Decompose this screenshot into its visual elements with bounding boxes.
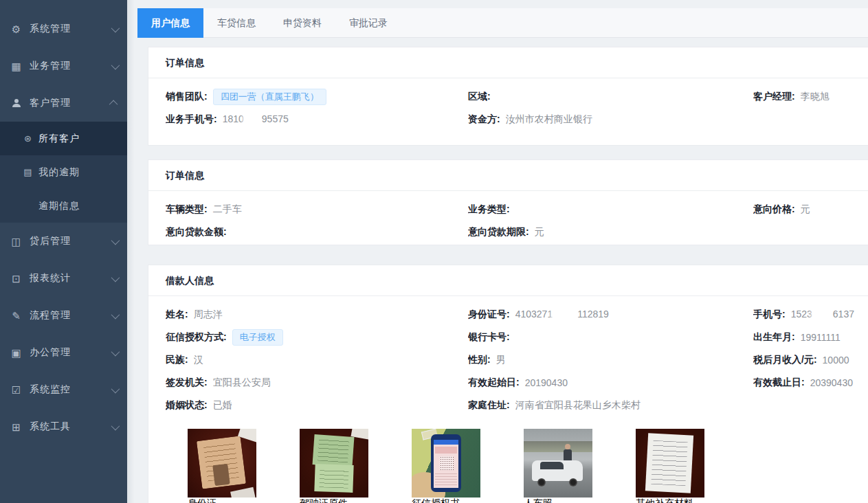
credit-auth-tag: 电子授权: [232, 329, 283, 346]
field-business-phone: 业务手机号: 181095575: [166, 108, 468, 131]
field-monthly-income: 税后月收入/元: 10000: [753, 348, 861, 371]
field-label: 姓名:: [166, 309, 188, 321]
credit-auth-qr-photo-thumbnail[interactable]: [412, 429, 480, 498]
field-value: 20390430: [810, 377, 853, 388]
sidebar-item-my-overdue[interactable]: ▤ 我的逾期: [0, 155, 127, 189]
sidebar-item-label: 所有客户: [38, 133, 80, 145]
field-label: 业务手机号:: [166, 113, 217, 126]
field-sales-team: 销售团队: 四团一营（直属王鹏飞）: [166, 85, 468, 108]
sidebar-item-postloan-management[interactable]: ◫ 贷后管理: [0, 223, 127, 260]
sidebar-item-customer-management[interactable]: 客户管理: [0, 85, 127, 122]
person-with-car-photo-thumbnail[interactable]: [524, 429, 592, 498]
main-content: 用户信息 车贷信息 申贷资料 审批记录 订单信息 销售团队: 四团一营（直属王鹏…: [137, 0, 868, 503]
sidebar-item-system-tools[interactable]: ⊞ 系统工具: [0, 408, 127, 445]
field-label: 手机号:: [753, 309, 786, 321]
field-value: 男: [496, 354, 506, 366]
sidebar-item-system-monitor[interactable]: ☑ 系统监控: [0, 371, 127, 408]
sidebar-gutter: [127, 0, 137, 503]
field-value: 15236137: [791, 309, 854, 320]
field-label: 有效截止日:: [753, 377, 805, 389]
tab-approval-records[interactable]: 审批记录: [335, 8, 401, 38]
photo-caption: 驾驶证原件: [300, 498, 348, 503]
sidebar-item-label: 流程管理: [30, 309, 111, 322]
field-label: 民族:: [166, 354, 188, 366]
card-title: 订单信息: [148, 47, 868, 78]
photo-caption: 征信授权书: [412, 498, 460, 503]
field-bank-card: 银行卡号:: [468, 326, 753, 348]
license-booklet-photo-thumbnail[interactable]: [300, 429, 368, 498]
borrower-info-card: 借款人信息 姓名: 周志洋 身份证号: 4103271112819 手机号: 1…: [148, 265, 868, 503]
sidebar-item-process-management[interactable]: ✎ 流程管理: [0, 297, 127, 334]
tab-user-info[interactable]: 用户信息: [137, 8, 203, 38]
customer-management-submenu: ⊛ 所有客户 ▤ 我的逾期 逾期信息: [0, 122, 127, 223]
field-label: 资金方:: [468, 113, 500, 126]
field-value: 已婚: [213, 399, 232, 412]
field-value: 二手车: [213, 203, 242, 216]
other-document-photo-thumbnail[interactable]: [636, 429, 704, 498]
photo-caption: 人车照: [524, 498, 553, 503]
sidebar: ⚙ 系统管理 ▦ 业务管理 客户管理 ⊛ 所有客户 ▤ 我的逾期: [0, 0, 127, 503]
field-valid-to: 有效截止日: 20390430: [753, 371, 861, 394]
tab-car-loan-info[interactable]: 车贷信息: [203, 8, 269, 38]
field-label: 意向贷款金额:: [166, 226, 227, 238]
field-region: 区域:: [468, 85, 753, 108]
field-funder: 资金方: 汝州市农村商业银行: [468, 108, 753, 131]
sales-team-tag[interactable]: 四团一营（直属王鹏飞）: [213, 89, 326, 105]
field-gender: 性别: 男: [468, 348, 753, 371]
field-value: 元: [535, 226, 544, 238]
tab-loan-application-docs[interactable]: 申贷资料: [269, 8, 335, 38]
sidebar-item-label: 业务管理: [30, 60, 111, 72]
sidebar-item-label: 客户管理: [30, 97, 111, 109]
field-valid-from: 有效起始日: 20190430: [468, 371, 753, 394]
sidebar-item-overdue-info[interactable]: 逾期信息: [0, 189, 127, 223]
field-label: 银行卡号:: [468, 331, 510, 344]
field-label: 签发机关:: [166, 377, 208, 389]
field-label: 家庭住址:: [468, 399, 510, 412]
field-value: 4103271112819: [515, 309, 609, 320]
field-value: 181095575: [223, 113, 289, 125]
field-marital-status: 婚姻状态: 已婚: [166, 394, 468, 416]
field-value: 汝州市农村商业银行: [506, 113, 592, 126]
field-ethnicity: 民族: 汉: [166, 348, 468, 371]
sidebar-item-business-management[interactable]: ▦ 业务管理: [0, 47, 127, 85]
sidebar-item-label: 系统管理: [30, 23, 111, 35]
sidebar-item-all-customers[interactable]: ⊛ 所有客户: [0, 122, 127, 155]
field-label: 税后月收入/元:: [753, 354, 817, 366]
chevron-down-icon: [111, 310, 120, 319]
gear-icon: ⚙: [10, 23, 22, 35]
badge-icon: ⊛: [23, 133, 33, 144]
chevron-down-icon: [111, 23, 120, 32]
field-label: 意向贷款期限:: [468, 226, 529, 238]
sidebar-item-label: 系统工具: [30, 421, 111, 433]
field-issuing-authority: 签发机关: 宜阳县公安局: [166, 371, 468, 394]
user-icon: [10, 98, 22, 109]
id-card-photo-thumbnail[interactable]: [188, 429, 256, 498]
field-label: 身份证号:: [468, 309, 510, 321]
field-label: 出生年月:: [753, 331, 795, 344]
grid-icon: ▦: [10, 60, 22, 72]
chevron-down-icon: [111, 273, 120, 282]
field-value: 汉: [194, 354, 203, 366]
field-vehicle-type: 车辆类型: 二手车: [166, 198, 468, 221]
sidebar-item-office-management[interactable]: ▣ 办公管理: [0, 334, 127, 371]
field-value: 李晓旭: [801, 91, 830, 103]
field-birth-date: 出生年月: 19911111: [753, 326, 861, 348]
sidebar-item-label: 贷后管理: [30, 235, 111, 247]
book-icon: ◫: [10, 236, 22, 247]
field-customer-manager: 客户经理: 李晓旭: [753, 85, 861, 108]
sidebar-item-label: 系统监控: [30, 383, 111, 396]
sidebar-item-system-management[interactable]: ⚙ 系统管理: [0, 10, 127, 47]
sidebar-item-report-statistics[interactable]: ⊡ 报表统计: [0, 260, 127, 297]
field-credit-auth: 征信授权方式: 电子授权: [166, 326, 468, 348]
redaction-mask: [553, 310, 577, 320]
field-name: 姓名: 周志洋: [166, 303, 468, 326]
sidebar-item-label: 报表统计: [30, 272, 111, 284]
field-label: 车辆类型:: [166, 203, 208, 216]
chevron-down-icon: [111, 384, 120, 393]
redaction-mask: [245, 115, 261, 125]
monitor-check-icon: ☑: [10, 384, 22, 396]
field-value: 宜阳县公安局: [213, 377, 271, 389]
field-label: 婚姻状态:: [166, 399, 208, 412]
clipboard-icon: ✎: [10, 310, 22, 322]
redaction-mask: [813, 310, 832, 320]
